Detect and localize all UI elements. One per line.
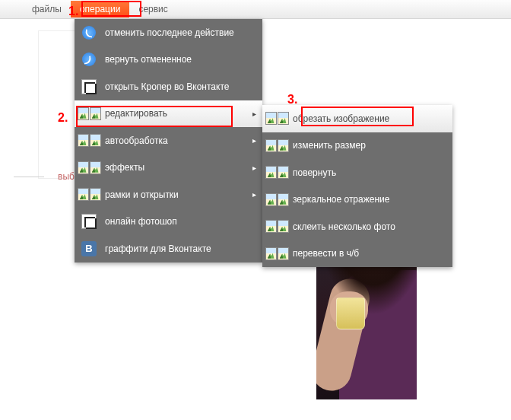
operations-menu: отменить последнее действиевернуть отмен… (75, 19, 262, 262)
operations-item-0[interactable]: отменить последнее действие (75, 19, 262, 46)
operations-item-7-label: онлайн фотошоп (105, 216, 256, 227)
image-thumbs-icon (268, 164, 285, 181)
image-thumbs-icon (81, 159, 97, 176)
operations-item-8[interactable]: Вграффити для Вконтакте (75, 235, 262, 262)
edit-item-5-label: перевести в ч/б (293, 248, 446, 259)
operations-item-3[interactable]: редактировать▸ (75, 100, 262, 128)
submenu-arrow-icon: ▸ (252, 164, 256, 172)
operations-item-6[interactable]: рамки и открытки▸ (75, 181, 262, 208)
operations-item-5-label: эффекты (105, 162, 248, 173)
edit-item-1[interactable]: изменить размер (262, 132, 452, 160)
edit-item-2-label: повернуть (293, 167, 446, 178)
image-thumbs-icon (81, 105, 97, 122)
image-thumbs-icon (268, 110, 285, 127)
annotation-1: 1. (68, 5, 78, 18)
edit-item-4[interactable]: склеить несколько фото (262, 213, 452, 240)
annotation-3: 3. (287, 93, 297, 107)
edit-submenu: обрезать изображениеизменить размерповер… (262, 105, 452, 267)
redo-icon (81, 51, 97, 68)
vk-icon: В (81, 240, 97, 257)
operations-item-7[interactable]: онлайн фотошоп (75, 208, 262, 236)
operations-item-8-label: граффити для Вконтакте (105, 243, 256, 254)
edit-item-0[interactable]: обрезать изображение (262, 105, 452, 132)
edit-item-3-label: зеркальное отражение (293, 194, 446, 205)
divider (14, 177, 44, 177)
image-thumbs-icon (81, 186, 97, 203)
crop-icon (81, 213, 97, 230)
operations-item-3-label: редактировать (105, 108, 248, 119)
edit-item-0-label: обрезать изображение (293, 113, 446, 124)
operations-item-0-label: отменить последнее действие (105, 27, 256, 38)
annotation-2: 2. (58, 111, 68, 125)
submenu-arrow-icon: ▸ (252, 136, 256, 145)
menu-files[interactable]: файлы (23, 1, 71, 18)
operations-item-4-label: автообработка (105, 135, 248, 146)
image-thumbs-icon (268, 218, 285, 235)
image-thumbs-icon (268, 245, 285, 262)
operations-item-1[interactable]: вернуть отмененное (75, 46, 262, 74)
crop-icon (81, 78, 97, 95)
edit-item-5[interactable]: перевести в ч/б (262, 240, 452, 268)
image-thumbs-icon (268, 137, 285, 154)
menu-service[interactable]: сервис (129, 1, 176, 18)
operations-item-4[interactable]: автообработка▸ (75, 127, 262, 154)
undo-icon (81, 24, 97, 41)
image-thumbs-icon (268, 191, 285, 208)
operations-item-5[interactable]: эффекты▸ (75, 154, 262, 182)
operations-item-1-label: вернуть отмененное (105, 54, 256, 65)
submenu-arrow-icon: ▸ (252, 110, 256, 118)
operations-item-2[interactable]: открыть Кропер во Вконтакте (75, 73, 262, 100)
image-thumbs-icon (81, 132, 97, 149)
submenu-arrow-icon: ▸ (252, 190, 256, 199)
edit-item-4-label: склеить несколько фото (293, 221, 446, 232)
edit-item-3[interactable]: зеркальное отражение (262, 186, 452, 214)
edit-item-1-label: изменить размер (293, 140, 446, 151)
operations-item-2-label: открыть Кропер во Вконтакте (105, 81, 256, 92)
edit-item-2[interactable]: повернуть (262, 159, 452, 186)
operations-item-6-label: рамки и открытки (105, 189, 248, 200)
menu-operations[interactable]: операции (71, 1, 129, 18)
